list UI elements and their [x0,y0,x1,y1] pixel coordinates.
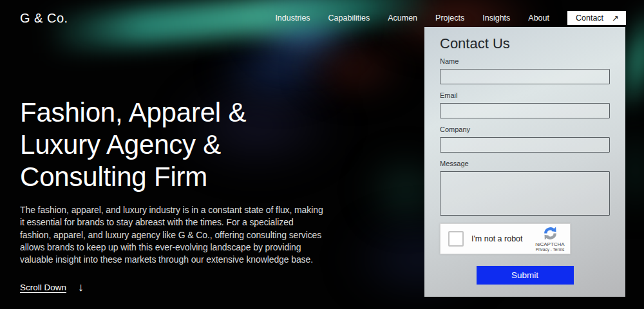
recaptcha-logo-column: reCAPTCHA Privacy - Terms [535,226,565,252]
arrow-up-right-icon: ↗ [612,14,619,23]
nav-item-insights[interactable]: Insights [482,14,510,23]
contact-form-panel: Contact Us Name Email Company Message I'… [424,27,625,297]
contact-button[interactable]: Contact ↗ [567,11,626,25]
page-title: Fashion, Apparel & Luxury Agency & Consu… [20,97,332,193]
company-field-group: Company [440,126,610,153]
nav-item-capabilities[interactable]: Capabilities [328,14,370,23]
recaptcha-widget: I'm not a robot reCAPTCHA Privacy - Term… [440,223,571,254]
recaptcha-checkbox[interactable] [448,231,464,247]
page-title-line1: Fashion, Apparel & [20,97,332,129]
name-label: Name [440,57,610,66]
contact-button-label: Contact [576,14,603,23]
email-field-group: Email [440,91,610,118]
company-label: Company [440,126,610,134]
recaptcha-brand: reCAPTCHA [535,241,564,247]
page: G & Co. Industries Capabilities Acumen P… [0,0,644,309]
message-textarea[interactable] [440,171,610,216]
recaptcha-label: I'm not a robot [471,234,523,243]
email-label: Email [440,91,610,100]
submit-button[interactable]: Submit [477,266,574,285]
logo[interactable]: G & Co. [20,11,68,26]
hero-description: The fashion, apparel, and luxury industr… [20,204,324,266]
name-field-group: Name [440,57,610,84]
message-label: Message [440,160,610,168]
scroll-down-link[interactable]: Scroll Down [20,283,66,292]
email-input[interactable] [440,103,610,118]
nav-item-projects[interactable]: Projects [435,14,464,23]
contact-form-title: Contact Us [440,35,610,52]
message-field-group: Message [440,160,610,216]
nav-item-about[interactable]: About [528,14,549,23]
arrow-down-icon: ↓ [78,281,84,293]
page-title-line2: Luxury Agency & [20,129,332,161]
page-title-line3: Consulting Firm [20,161,332,193]
hero-section: Fashion, Apparel & Luxury Agency & Consu… [20,97,332,293]
nav-item-acumen[interactable]: Acumen [388,14,417,23]
scroll-down-row: Scroll Down ↓ [20,281,332,293]
recaptcha-icon [543,226,558,241]
company-input[interactable] [440,137,610,153]
name-input[interactable] [440,69,610,84]
nav-item-industries[interactable]: Industries [275,14,310,23]
main-nav: Industries Capabilities Acumen Projects … [275,11,626,25]
recaptcha-privacy-terms[interactable]: Privacy - Terms [536,247,565,252]
